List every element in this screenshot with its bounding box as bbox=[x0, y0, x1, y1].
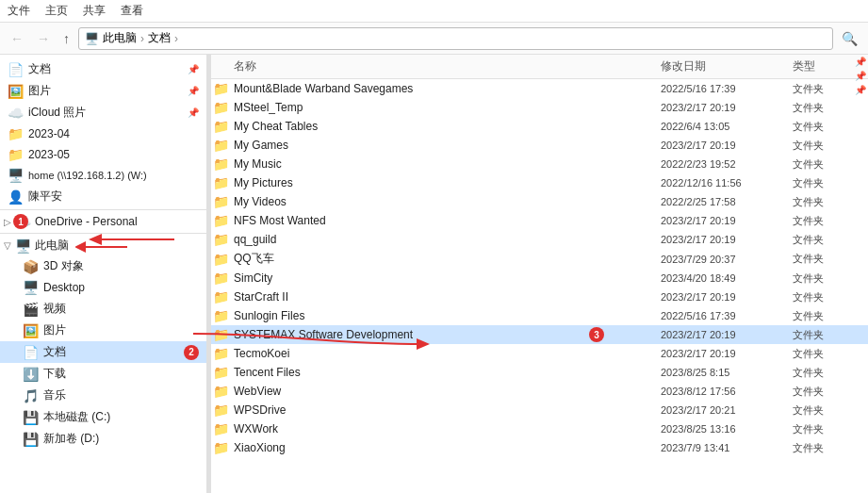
file-date: 2023/2/17 20:19 bbox=[661, 348, 793, 359]
folder-icon: 📁 bbox=[207, 403, 234, 418]
table-row[interactable]: 📁StarCraft II2023/2/17 20:19文件夹 bbox=[207, 288, 868, 306]
file-date: 2023/8/25 13:16 bbox=[661, 423, 793, 435]
file-date: 2023/2/17 20:21 bbox=[661, 404, 793, 416]
table-row[interactable]: 📁TecmoKoei2023/2/17 20:19文件夹 bbox=[207, 344, 868, 363]
file-name: WebView bbox=[234, 385, 661, 398]
documents-icon: 📄 bbox=[8, 62, 24, 77]
sidebar-item-label: 下载 bbox=[43, 366, 66, 382]
up-button[interactable]: ↑ bbox=[58, 28, 74, 49]
col-header-name[interactable]: 名称 bbox=[207, 58, 661, 74]
sidebar-item-downloads[interactable]: ⬇️ 下载 bbox=[0, 363, 206, 385]
arrow-to-thispc bbox=[75, 238, 132, 255]
file-type: 文件夹 bbox=[793, 214, 868, 228]
table-row[interactable]: 📁qq_guild2023/2/17 20:19文件夹 bbox=[207, 230, 868, 249]
file-type: 文件夹 bbox=[793, 366, 868, 380]
expand-icon: ▽ bbox=[4, 240, 11, 251]
file-type: 文件夹 bbox=[793, 328, 868, 342]
table-row[interactable]: 📁XiaoXiong2023/7/9 13:41文件夹 bbox=[207, 438, 868, 457]
file-list-header: 名称 修改日期 类型 bbox=[207, 55, 868, 79]
sidebar-item-2023-04[interactable]: 📁 2023-04 bbox=[0, 123, 206, 144]
sidebar-item-label: iCloud 照片 bbox=[28, 105, 86, 121]
sidebar-item-music[interactable]: 🎵 音乐 bbox=[0, 385, 206, 406]
sidebar-item-3d[interactable]: 📦 3D 对象 bbox=[0, 255, 206, 277]
table-row[interactable]: 📁My Cheat Tables2022/6/4 13:05文件夹 bbox=[207, 117, 868, 136]
table-row[interactable]: 📁NFS Most Wanted2023/2/17 20:19文件夹 bbox=[207, 211, 868, 230]
3d-icon: 📦 bbox=[23, 259, 39, 274]
table-row[interactable]: 📁Mount&Blade Warband Savegames2022/5/16 … bbox=[207, 79, 868, 98]
back-button[interactable]: ← bbox=[6, 28, 28, 49]
sidebar-item-label: Desktop bbox=[43, 281, 85, 294]
folder-icon: 📁 bbox=[207, 252, 234, 267]
sidebar-item-disk-d[interactable]: 💾 新加卷 (D:) bbox=[0, 428, 206, 450]
sidebar-item-home-drive[interactable]: 🖥️ home (\\192.168.1.2) (W:) bbox=[0, 165, 206, 186]
table-row[interactable]: 📁WXWork2023/8/25 13:16文件夹 bbox=[207, 419, 868, 438]
sidebar-item-chen-pingan[interactable]: 👤 陳平安 bbox=[0, 186, 206, 207]
table-row[interactable]: 📁WPSDrive2023/2/17 20:21文件夹 bbox=[207, 401, 868, 419]
sidebar-item-pictures2[interactable]: 🖼️ 图片 bbox=[0, 320, 206, 341]
table-row[interactable]: 📁My Music2022/2/23 19:52文件夹 bbox=[207, 155, 868, 173]
file-type: 文件夹 bbox=[793, 101, 868, 115]
file-type: 文件夹 bbox=[793, 385, 868, 399]
sidebar: 📄 文档 📌 🖼️ 图片 📌 ☁️ iCloud 照片 📌 📁 2023-04 … bbox=[0, 55, 207, 493]
menu-home[interactable]: 主页 bbox=[38, 1, 75, 21]
forward-button[interactable]: → bbox=[32, 28, 55, 49]
sidebar-item-icloud[interactable]: ☁️ iCloud 照片 📌 bbox=[0, 102, 206, 123]
file-date: 2023/8/25 8:15 bbox=[661, 367, 793, 378]
sidebar-item-documents[interactable]: 📄 文档 📌 bbox=[0, 58, 206, 80]
sidebar-item-label: 陳平安 bbox=[28, 189, 62, 205]
menu-file[interactable]: 文件 bbox=[0, 1, 38, 21]
table-row[interactable]: 📁My Pictures2022/12/16 11:56文件夹 bbox=[207, 173, 868, 192]
folder-icon: 📁 bbox=[207, 271, 234, 286]
sidebar-onedrive[interactable]: ▷ ☁️ OneDrive - Personal 1 bbox=[0, 212, 206, 231]
file-name: MSteel_Temp bbox=[234, 101, 661, 114]
file-type: 文件夹 bbox=[793, 139, 868, 153]
address-sep2: › bbox=[174, 32, 178, 45]
table-row[interactable]: 📁Sunlogin Files2022/5/16 17:39文件夹 bbox=[207, 306, 868, 325]
pin-icon-2[interactable]: 📌 bbox=[853, 69, 868, 83]
file-type: 文件夹 bbox=[793, 271, 868, 286]
pin-icon-3[interactable]: 📌 bbox=[853, 83, 868, 97]
pin-icon: 📌 bbox=[188, 107, 199, 118]
sidebar-item-desktop[interactable]: 🖥️ Desktop bbox=[0, 277, 206, 298]
table-row[interactable]: 📁MSteel_Temp2023/2/17 20:19文件夹 bbox=[207, 98, 868, 117]
folder-icon: 📁 bbox=[207, 346, 234, 361]
file-name: My Music bbox=[234, 157, 661, 171]
file-name: Sunlogin Files bbox=[234, 309, 661, 322]
sidebar-item-pictures[interactable]: 🖼️ 图片 📌 bbox=[0, 80, 206, 102]
table-row[interactable]: 📁SimCity2023/4/20 18:49文件夹 bbox=[207, 269, 868, 288]
resize-handle[interactable] bbox=[207, 55, 211, 493]
sidebar-item-videos[interactable]: 🎬 视频 bbox=[0, 298, 206, 320]
file-name: XiaoXiong bbox=[234, 441, 661, 454]
file-name: My Videos bbox=[234, 195, 661, 208]
sidebar-item-local-c[interactable]: 💾 本地磁盘 (C:) bbox=[0, 406, 206, 428]
file-date: 2022/5/16 17:39 bbox=[661, 83, 793, 94]
col-header-date[interactable]: 修改日期 bbox=[661, 58, 793, 74]
table-row[interactable]: 📁WebView2023/8/12 17:56文件夹 bbox=[207, 382, 868, 401]
menu-view[interactable]: 查看 bbox=[113, 1, 151, 21]
user-icon: 👤 bbox=[8, 189, 24, 205]
folder-icon: 📁 bbox=[207, 232, 234, 247]
sidebar-thispc[interactable]: ▽ 🖥️ 此电脑 bbox=[0, 236, 206, 255]
sidebar-item-documents2[interactable]: 📄 文档 2 bbox=[0, 341, 206, 363]
table-row[interactable]: 📁My Games2023/2/17 20:19文件夹 bbox=[207, 136, 868, 155]
table-row[interactable]: 📁Tencent Files2023/8/25 8:15文件夹 bbox=[207, 363, 868, 382]
address-bar[interactable]: 🖥️ 此电脑 › 文档 › bbox=[78, 27, 833, 50]
folder-icon: 📁 bbox=[207, 308, 234, 323]
videos-icon: 🎬 bbox=[23, 302, 39, 317]
menu-share[interactable]: 共享 bbox=[75, 1, 113, 21]
pin-icon-1[interactable]: 📌 bbox=[853, 55, 868, 69]
folder-icon: 📁 bbox=[207, 81, 234, 96]
pictures2-icon: 🖼️ bbox=[23, 323, 39, 338]
search-button[interactable]: 🔍 bbox=[837, 28, 862, 49]
table-row[interactable]: 📁My Videos2022/2/25 17:58文件夹 bbox=[207, 192, 868, 211]
onedrive-label: OneDrive - Personal bbox=[35, 215, 138, 228]
sidebar-item-2023-05[interactable]: 📁 2023-05 bbox=[0, 144, 206, 165]
file-type: 文件夹 bbox=[793, 176, 868, 190]
folder-icon: 📁 bbox=[207, 100, 234, 115]
table-row[interactable]: 📁QQ飞车2023/7/29 20:37文件夹 bbox=[207, 249, 868, 269]
pin-icon: 📌 bbox=[188, 86, 199, 96]
pictures-icon: 🖼️ bbox=[8, 84, 24, 99]
sidebar-item-label: 3D 对象 bbox=[43, 258, 84, 274]
file-date: 2022/5/16 17:39 bbox=[661, 310, 793, 321]
table-row[interactable]: 📁SYSTEMAX Software Development2023/2/17 … bbox=[207, 325, 868, 344]
